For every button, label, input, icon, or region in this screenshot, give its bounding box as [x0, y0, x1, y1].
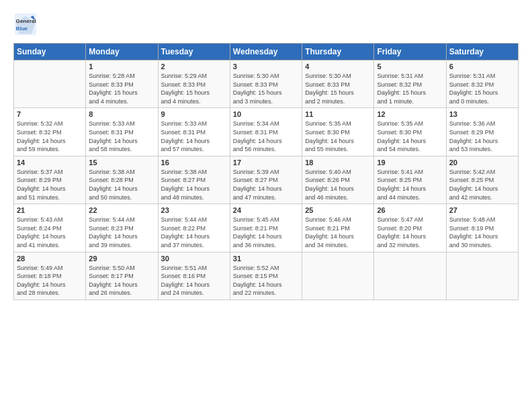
- calendar-cell: [302, 252, 374, 300]
- day-number: 16: [161, 158, 227, 167]
- calendar-cell: 31Sunrise: 5:52 AM Sunset: 8:15 PM Dayli…: [230, 252, 302, 300]
- calendar-cell: [374, 252, 446, 300]
- day-info: Sunrise: 5:49 AM Sunset: 8:18 PM Dayligh…: [17, 264, 83, 298]
- svg-text:General: General: [16, 18, 36, 24]
- day-number: 17: [233, 158, 299, 167]
- calendar-cell: 4Sunrise: 5:30 AM Sunset: 8:33 PM Daylig…: [302, 60, 374, 108]
- day-info: Sunrise: 5:48 AM Sunset: 8:19 PM Dayligh…: [449, 216, 515, 249]
- day-number: 26: [377, 206, 443, 214]
- day-info: Sunrise: 5:30 AM Sunset: 8:33 PM Dayligh…: [233, 72, 299, 105]
- logo-icon: General Blue: [13, 12, 38, 36]
- calendar-cell: 23Sunrise: 5:44 AM Sunset: 8:22 PM Dayli…: [158, 204, 230, 252]
- day-number: 29: [89, 255, 154, 263]
- day-info: Sunrise: 5:38 AM Sunset: 8:28 PM Dayligh…: [89, 168, 154, 201]
- calendar-cell: 21Sunrise: 5:43 AM Sunset: 8:24 PM Dayli…: [14, 204, 86, 252]
- calendar-week-row: 21Sunrise: 5:43 AM Sunset: 8:24 PM Dayli…: [14, 204, 519, 252]
- day-info: Sunrise: 5:31 AM Sunset: 8:32 PM Dayligh…: [449, 72, 515, 105]
- calendar-table: SundayMondayTuesdayWednesdayThursdayFrid…: [13, 43, 519, 300]
- day-number: 8: [89, 110, 154, 118]
- calendar-week-row: 14Sunrise: 5:37 AM Sunset: 8:29 PM Dayli…: [14, 156, 519, 203]
- day-info: Sunrise: 5:32 AM Sunset: 8:32 PM Dayligh…: [17, 120, 83, 153]
- day-number: 4: [305, 62, 371, 71]
- day-info: Sunrise: 5:44 AM Sunset: 8:23 PM Dayligh…: [89, 216, 154, 249]
- calendar-week-row: 28Sunrise: 5:49 AM Sunset: 8:18 PM Dayli…: [14, 252, 519, 300]
- day-info: Sunrise: 5:33 AM Sunset: 8:31 PM Dayligh…: [161, 120, 227, 153]
- day-info: Sunrise: 5:34 AM Sunset: 8:31 PM Dayligh…: [233, 120, 299, 153]
- day-info: Sunrise: 5:45 AM Sunset: 8:21 PM Dayligh…: [233, 216, 299, 249]
- calendar-cell: 6Sunrise: 5:31 AM Sunset: 8:32 PM Daylig…: [446, 60, 518, 108]
- calendar-cell: 1Sunrise: 5:28 AM Sunset: 8:33 PM Daylig…: [86, 60, 158, 108]
- calendar-cell: 19Sunrise: 5:41 AM Sunset: 8:25 PM Dayli…: [374, 156, 446, 203]
- day-number: 11: [305, 110, 371, 118]
- day-info: Sunrise: 5:42 AM Sunset: 8:25 PM Dayligh…: [449, 168, 515, 201]
- calendar-cell: 14Sunrise: 5:37 AM Sunset: 8:29 PM Dayli…: [14, 156, 86, 203]
- day-number: 6: [449, 62, 515, 71]
- day-info: Sunrise: 5:44 AM Sunset: 8:22 PM Dayligh…: [161, 216, 227, 249]
- day-number: 19: [377, 158, 443, 167]
- day-of-week-header: Thursday: [302, 44, 374, 60]
- day-info: Sunrise: 5:35 AM Sunset: 8:30 PM Dayligh…: [305, 120, 371, 153]
- calendar-cell: 3Sunrise: 5:30 AM Sunset: 8:33 PM Daylig…: [230, 60, 302, 108]
- day-number: 10: [233, 110, 299, 118]
- calendar-cell: 29Sunrise: 5:50 AM Sunset: 8:17 PM Dayli…: [86, 252, 158, 300]
- calendar-cell: 27Sunrise: 5:48 AM Sunset: 8:19 PM Dayli…: [446, 204, 518, 252]
- day-of-week-header: Wednesday: [230, 44, 302, 60]
- day-number: 20: [449, 158, 515, 167]
- calendar-cell: 24Sunrise: 5:45 AM Sunset: 8:21 PM Dayli…: [230, 204, 302, 252]
- day-info: Sunrise: 5:37 AM Sunset: 8:29 PM Dayligh…: [17, 168, 83, 201]
- calendar-cell: [14, 60, 86, 108]
- calendar-cell: 25Sunrise: 5:46 AM Sunset: 8:21 PM Dayli…: [302, 204, 374, 252]
- calendar-cell: 7Sunrise: 5:32 AM Sunset: 8:32 PM Daylig…: [14, 108, 86, 156]
- calendar-week-row: 1Sunrise: 5:28 AM Sunset: 8:33 PM Daylig…: [14, 60, 519, 108]
- calendar-cell: 17Sunrise: 5:39 AM Sunset: 8:27 PM Dayli…: [230, 156, 302, 203]
- calendar-cell: 20Sunrise: 5:42 AM Sunset: 8:25 PM Dayli…: [446, 156, 518, 203]
- day-info: Sunrise: 5:38 AM Sunset: 8:27 PM Dayligh…: [161, 168, 227, 201]
- calendar-cell: 9Sunrise: 5:33 AM Sunset: 8:31 PM Daylig…: [158, 108, 230, 156]
- day-info: Sunrise: 5:31 AM Sunset: 8:32 PM Dayligh…: [377, 72, 443, 105]
- day-info: Sunrise: 5:47 AM Sunset: 8:20 PM Dayligh…: [377, 216, 443, 249]
- day-info: Sunrise: 5:39 AM Sunset: 8:27 PM Dayligh…: [233, 168, 299, 201]
- calendar-week-row: 7Sunrise: 5:32 AM Sunset: 8:32 PM Daylig…: [14, 108, 519, 156]
- day-number: 13: [449, 110, 515, 118]
- day-of-week-header: Saturday: [446, 44, 518, 60]
- page: General Blue SundayMondayTuesdayWednesda…: [0, 0, 532, 307]
- calendar-cell: 18Sunrise: 5:40 AM Sunset: 8:26 PM Dayli…: [302, 156, 374, 203]
- calendar-cell: 30Sunrise: 5:51 AM Sunset: 8:16 PM Dayli…: [158, 252, 230, 300]
- calendar-cell: 12Sunrise: 5:35 AM Sunset: 8:30 PM Dayli…: [374, 108, 446, 156]
- day-number: 24: [233, 206, 299, 214]
- calendar-cell: 2Sunrise: 5:29 AM Sunset: 8:33 PM Daylig…: [158, 60, 230, 108]
- calendar-cell: 10Sunrise: 5:34 AM Sunset: 8:31 PM Dayli…: [230, 108, 302, 156]
- day-info: Sunrise: 5:52 AM Sunset: 8:15 PM Dayligh…: [233, 264, 299, 298]
- logo: General Blue: [13, 12, 40, 36]
- day-number: 12: [377, 110, 443, 118]
- day-of-week-header: Sunday: [14, 44, 86, 60]
- calendar-cell: [446, 252, 518, 300]
- calendar-cell: 5Sunrise: 5:31 AM Sunset: 8:32 PM Daylig…: [374, 60, 446, 108]
- calendar-header-row: SundayMondayTuesdayWednesdayThursdayFrid…: [14, 44, 519, 60]
- svg-text:Blue: Blue: [16, 26, 28, 32]
- calendar-cell: 8Sunrise: 5:33 AM Sunset: 8:31 PM Daylig…: [86, 108, 158, 156]
- day-info: Sunrise: 5:36 AM Sunset: 8:29 PM Dayligh…: [449, 120, 515, 153]
- calendar-cell: 28Sunrise: 5:49 AM Sunset: 8:18 PM Dayli…: [14, 252, 86, 300]
- day-number: 9: [161, 110, 227, 118]
- header: General Blue: [13, 12, 519, 36]
- calendar-cell: 13Sunrise: 5:36 AM Sunset: 8:29 PM Dayli…: [446, 108, 518, 156]
- day-of-week-header: Friday: [374, 44, 446, 60]
- day-info: Sunrise: 5:28 AM Sunset: 8:33 PM Dayligh…: [89, 72, 154, 105]
- day-number: 7: [17, 110, 83, 118]
- day-info: Sunrise: 5:35 AM Sunset: 8:30 PM Dayligh…: [377, 120, 443, 153]
- day-info: Sunrise: 5:50 AM Sunset: 8:17 PM Dayligh…: [89, 264, 154, 298]
- day-number: 2: [161, 62, 227, 71]
- day-number: 23: [161, 206, 227, 214]
- day-number: 25: [305, 206, 371, 214]
- calendar-cell: 22Sunrise: 5:44 AM Sunset: 8:23 PM Dayli…: [86, 204, 158, 252]
- calendar-cell: 16Sunrise: 5:38 AM Sunset: 8:27 PM Dayli…: [158, 156, 230, 203]
- day-number: 1: [89, 62, 154, 71]
- calendar-cell: 26Sunrise: 5:47 AM Sunset: 8:20 PM Dayli…: [374, 204, 446, 252]
- day-info: Sunrise: 5:51 AM Sunset: 8:16 PM Dayligh…: [161, 264, 227, 298]
- day-of-week-header: Tuesday: [158, 44, 230, 60]
- calendar-cell: 11Sunrise: 5:35 AM Sunset: 8:30 PM Dayli…: [302, 108, 374, 156]
- day-number: 5: [377, 62, 443, 71]
- day-info: Sunrise: 5:43 AM Sunset: 8:24 PM Dayligh…: [17, 216, 83, 249]
- day-info: Sunrise: 5:29 AM Sunset: 8:33 PM Dayligh…: [161, 72, 227, 105]
